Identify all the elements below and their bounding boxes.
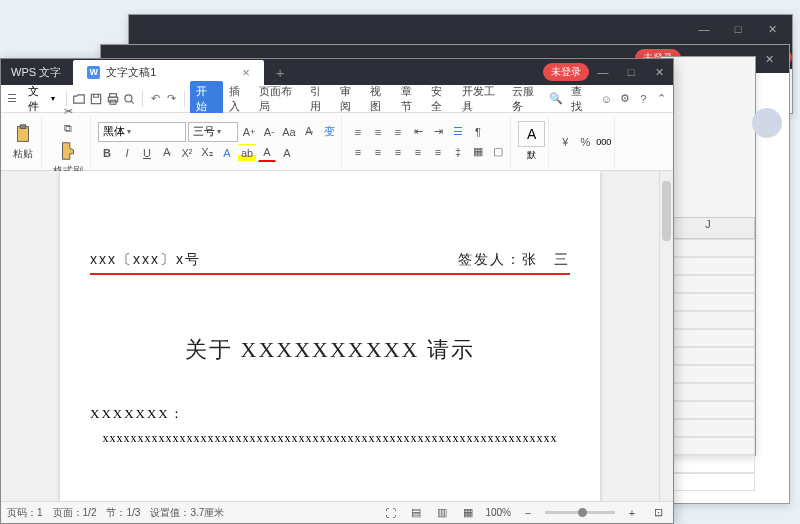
menu-references[interactable]: 引用 (306, 81, 334, 117)
phonetic-icon[interactable]: 变 (320, 123, 338, 141)
preview-icon[interactable] (122, 91, 137, 107)
page[interactable]: xxx〔xxx〕x号 签发人：张 三 关于 XXXXXXXXXX 请示 XXXX… (60, 171, 600, 501)
char-shading-button[interactable]: A (278, 144, 296, 162)
reference-number: xxx〔xxx〕x号 (90, 251, 201, 269)
redo-icon[interactable]: ↷ (165, 91, 180, 107)
page-of: 页面：1/2 (53, 506, 97, 520)
numbering-icon[interactable]: ≡ (369, 123, 387, 141)
maximize-icon[interactable]: □ (724, 19, 752, 39)
sort-icon[interactable]: ☰ (449, 123, 467, 141)
highlight-button[interactable]: ab (238, 144, 256, 162)
superscript-button[interactable]: X² (178, 144, 196, 162)
settings-icon[interactable]: ⚙ (618, 91, 632, 107)
view-web-icon[interactable]: ▦ (459, 504, 477, 522)
view-print-icon[interactable]: ▤ (407, 504, 425, 522)
help-icon[interactable]: ? (636, 91, 650, 107)
print-icon[interactable] (105, 91, 120, 107)
align-right-icon[interactable]: ≡ (389, 143, 407, 161)
justify-icon[interactable]: ≡ (409, 143, 427, 161)
distribute-icon[interactable]: ≡ (429, 143, 447, 161)
fit-icon[interactable]: ⊡ (649, 504, 667, 522)
vertical-scrollbar[interactable] (659, 171, 673, 501)
align-center-icon[interactable]: ≡ (369, 143, 387, 161)
addressee: XXXXXXX： (90, 405, 570, 423)
collapse-icon[interactable]: ⌃ (655, 91, 669, 107)
style-normal[interactable]: A (518, 121, 545, 147)
close-icon[interactable]: ✕ (755, 49, 783, 69)
indent-icon[interactable]: ⇥ (429, 123, 447, 141)
new-tab-button[interactable]: + (264, 64, 297, 81)
clear-format-icon[interactable]: A̶ (300, 123, 318, 141)
maximize-icon[interactable]: □ (617, 62, 645, 82)
avatar[interactable] (752, 108, 782, 138)
statusbar: 页码：1 页面：1/2 节：1/3 设置值：3.7厘米 ⛶ ▤ ▥ ▦ 100%… (1, 501, 673, 523)
shrink-font-icon[interactable]: A- (260, 123, 278, 141)
cut-icon[interactable]: ✂ (59, 104, 77, 119)
menu-view[interactable]: 视图 (366, 81, 394, 117)
subscript-button[interactable]: X₂ (198, 144, 216, 162)
font-family-select[interactable]: 黑体▾ (98, 122, 186, 142)
bold-button[interactable]: B (98, 144, 116, 162)
ribbon: 粘贴 ✂ ⧉ 格式刷 黑体▾ 三号▾ A+ A- Aa A̶ 变 B I (1, 113, 673, 171)
copy-icon[interactable]: ⧉ (59, 121, 77, 136)
zoom-out-icon[interactable]: − (519, 504, 537, 522)
page-number: 页码：1 (7, 506, 43, 520)
change-case-icon[interactable]: Aa (280, 123, 298, 141)
login-badge[interactable]: 未登录 (543, 63, 589, 81)
save-icon[interactable] (88, 91, 103, 107)
paste-button[interactable]: 粘贴 (8, 121, 38, 163)
svg-rect-6 (20, 124, 26, 128)
minimize-icon[interactable]: — (589, 62, 617, 82)
menu-review[interactable]: 审阅 (336, 81, 364, 117)
paragraph-mark-icon[interactable]: ¶ (469, 123, 487, 141)
shading-icon[interactable]: ▦ (469, 143, 487, 161)
align-left-icon[interactable]: ≡ (349, 143, 367, 161)
undo-icon[interactable]: ↶ (148, 91, 163, 107)
multilevel-icon[interactable]: ≡ (389, 123, 407, 141)
tab-close-icon[interactable]: × (242, 65, 250, 80)
cell-grid[interactable] (661, 239, 755, 491)
smiley-icon[interactable]: ☺ (599, 91, 613, 107)
percent-icon[interactable]: % (576, 133, 594, 151)
menu-security[interactable]: 安全 (427, 81, 455, 117)
view-outline-icon[interactable]: ▥ (433, 504, 451, 522)
outdent-icon[interactable]: ⇤ (409, 123, 427, 141)
file-menu[interactable]: 文件▾ (22, 81, 61, 117)
scroll-thumb[interactable] (662, 181, 671, 241)
menu-devtools[interactable]: 开发工具 (458, 81, 507, 117)
hamburger-icon[interactable]: ☰ (5, 91, 20, 107)
italic-button[interactable]: I (118, 144, 136, 162)
minimize-icon[interactable]: — (690, 19, 718, 39)
menu-insert[interactable]: 插入 (225, 81, 253, 117)
menu-start[interactable]: 开始 (190, 81, 222, 117)
close-icon[interactable]: ✕ (645, 62, 673, 82)
menu-cloud[interactable]: 云服务 (508, 81, 547, 117)
menu-chapter[interactable]: 章节 (397, 81, 425, 117)
zoom-slider[interactable] (545, 511, 615, 514)
main-window: WPS 文字 W 文字文稿1 × + 未登录 — □ ✕ ☰ 文件▾ ↶ ↷ 开… (0, 58, 674, 524)
currency-icon[interactable]: ¥ (556, 133, 574, 151)
menu-page-layout[interactable]: 页面布局 (255, 81, 304, 117)
zoom-value: 100% (485, 507, 511, 518)
zoom-knob[interactable] (578, 508, 587, 517)
borders-icon[interactable]: ▢ (489, 143, 507, 161)
font-effects-button[interactable]: A (218, 144, 236, 162)
search-icon[interactable]: 🔍 (549, 91, 563, 107)
decimals-label: 000 (596, 137, 611, 147)
underline-button[interactable]: U (138, 144, 156, 162)
menubar: ☰ 文件▾ ↶ ↷ 开始 插入 页面布局 引用 审阅 视图 章节 安全 开发工具… (1, 85, 673, 113)
doc-header-line: xxx〔xxx〕x号 签发人：张 三 (90, 251, 570, 269)
grow-font-icon[interactable]: A+ (240, 123, 258, 141)
line-spacing-icon[interactable]: ‡ (449, 143, 467, 161)
zoom-in-icon[interactable]: + (623, 504, 641, 522)
close-icon[interactable]: ✕ (758, 19, 786, 39)
font-size-select[interactable]: 三号▾ (188, 122, 238, 142)
font-color-button[interactable]: A (258, 144, 276, 162)
view-fullscreen-icon[interactable]: ⛶ (381, 504, 399, 522)
bullets-icon[interactable]: ≡ (349, 123, 367, 141)
search-label[interactable]: 查找 (567, 81, 595, 117)
column-header[interactable]: J (661, 217, 755, 239)
signer: 签发人：张 三 (458, 251, 570, 269)
strike-button[interactable]: A̵ (158, 144, 176, 162)
number-format-group: ¥%000 (553, 116, 615, 168)
